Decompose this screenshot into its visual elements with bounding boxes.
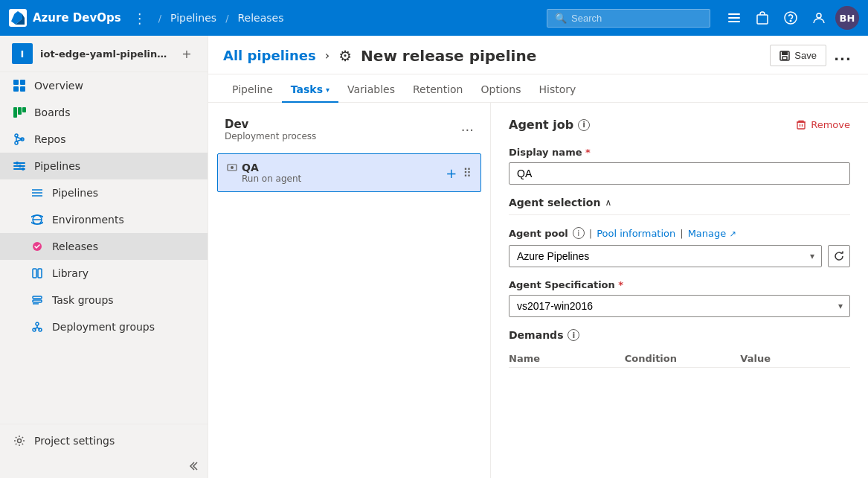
breadcrumb-sep2: /	[225, 13, 228, 24]
breadcrumb-pipelines[interactable]: Pipelines	[170, 12, 216, 24]
svg-point-19	[22, 168, 25, 171]
sidebar: I iot-edge-yaml-pipeline... + Overview B…	[0, 36, 208, 478]
sidebar-item-environments[interactable]: Environments	[0, 206, 208, 233]
agent-spec-select[interactable]: vs2017-win2016	[509, 295, 850, 317]
breadcrumb-releases[interactable]: Releases	[238, 12, 284, 24]
search-input[interactable]	[571, 13, 702, 24]
pool-information-link[interactable]: Pool information	[597, 228, 675, 239]
shopping-bag-icon[interactable]	[750, 6, 774, 30]
stage-menu-button[interactable]: ···	[461, 122, 474, 138]
svg-rect-25	[33, 300, 42, 302]
agent-spec-group: Agent Specification * vs2017-win2016 ▾	[509, 279, 850, 317]
sidebar-item-boards[interactable]: Boards	[0, 99, 208, 126]
tab-history[interactable]: History	[530, 77, 585, 103]
sidebar-item-repos-label: Repos	[34, 133, 65, 145]
list-icon[interactable]	[722, 6, 746, 30]
user-settings-icon[interactable]	[807, 6, 831, 30]
sidebar-item-repos[interactable]: Repos	[0, 126, 208, 153]
svg-rect-35	[797, 122, 805, 129]
agent-selection-title: Agent selection	[509, 197, 600, 208]
sidebar-item-pipelines-sub[interactable]: Pipelines	[0, 179, 208, 206]
agent-pool-info-icon[interactable]: i	[573, 227, 585, 239]
tasks-tab-dropdown-icon[interactable]: ▾	[326, 86, 329, 94]
demands-col-value: Value	[740, 353, 850, 364]
display-name-input[interactable]	[509, 162, 850, 185]
overview-icon	[12, 78, 27, 93]
svg-point-6	[817, 13, 821, 18]
job-add-button[interactable]: +	[446, 165, 457, 181]
sidebar-item-deployment-groups-label: Deployment groups	[52, 321, 155, 333]
display-name-group: Display name *	[509, 147, 850, 185]
save-icon	[779, 51, 790, 61]
display-name-label: Display name *	[509, 147, 850, 158]
tab-retention[interactable]: Retention	[404, 77, 472, 103]
sidebar-item-task-groups[interactable]: Task groups	[0, 287, 208, 313]
job-sub: Run on agent	[242, 173, 440, 184]
demands-header: Demands i	[509, 329, 850, 341]
job-drag-handle[interactable]: ⠿	[463, 166, 472, 180]
svg-rect-12	[18, 107, 22, 115]
settings-icon	[12, 433, 27, 448]
manage-link[interactable]: Manage ↗	[688, 228, 736, 239]
stage-header: Dev Deployment process ···	[217, 112, 481, 147]
save-button[interactable]: Save	[770, 45, 826, 66]
breadcrumb-sep1: /	[158, 13, 161, 24]
tabs-bar: Pipeline Tasks ▾ Variables Retention Opt…	[208, 77, 868, 103]
sidebar-item-overview[interactable]: Overview	[0, 72, 208, 99]
stage-sub: Deployment process	[225, 131, 316, 141]
sidebar-item-project-settings[interactable]: Project settings	[0, 427, 208, 454]
external-link-icon: ↗	[729, 229, 736, 239]
demands-section: Demands i Name Condition Value	[509, 329, 850, 368]
demands-info-icon[interactable]: i	[568, 329, 579, 341]
tab-pipeline[interactable]: Pipeline	[223, 77, 282, 103]
help-icon[interactable]	[779, 6, 803, 30]
breadcrumb-chevron: ›	[325, 48, 329, 63]
right-panel: Agent job i Remove Display name *	[491, 103, 868, 478]
svg-rect-8	[20, 80, 25, 85]
tab-tasks[interactable]: Tasks ▾	[282, 77, 338, 103]
sidebar-item-project-settings-label: Project settings	[34, 435, 115, 447]
avatar[interactable]: BH	[835, 6, 859, 30]
agent-selection-chevron[interactable]: ∧	[605, 197, 611, 208]
job-item-qa[interactable]: QA Run on agent + ⠿	[217, 153, 481, 192]
stage-panel: Dev Deployment process ··· QA Run on age…	[208, 103, 491, 478]
svg-rect-7	[13, 80, 19, 85]
agent-job-info-icon[interactable]: i	[578, 119, 590, 131]
trash-icon	[796, 120, 806, 130]
svg-rect-11	[13, 107, 17, 118]
add-project-icon[interactable]: +	[178, 45, 196, 63]
svg-rect-0	[728, 13, 740, 15]
sidebar-item-pipelines-label: Pipelines	[34, 160, 80, 172]
sidebar-collapse-button[interactable]	[0, 454, 208, 478]
agent-pool-select-row: Azure Pipelines ▾	[509, 245, 850, 267]
pipelines-sub-icon	[30, 185, 45, 200]
required-star: *	[585, 147, 591, 158]
sidebar-item-deployment-groups[interactable]: Deployment groups	[0, 313, 208, 340]
sidebar-item-releases[interactable]: Releases	[0, 233, 208, 260]
stage-name: Dev	[225, 118, 316, 131]
refresh-button[interactable]	[828, 245, 850, 267]
boards-icon	[12, 105, 27, 120]
pipelines-icon	[12, 159, 27, 173]
svg-rect-9	[13, 86, 19, 92]
sidebar-item-pipelines[interactable]: Pipelines	[0, 153, 208, 179]
environments-icon	[30, 212, 45, 227]
topbar-dots-menu[interactable]: ⋮	[133, 10, 147, 26]
page-header: All pipelines › ⚙ New release pipeline S…	[208, 36, 868, 74]
tab-variables[interactable]: Variables	[338, 77, 404, 103]
breadcrumb-all-pipelines[interactable]: All pipelines	[223, 48, 316, 63]
search-box[interactable]: 🔍	[547, 9, 710, 28]
remove-button[interactable]: Remove	[796, 119, 850, 130]
tab-options[interactable]: Options	[472, 77, 530, 103]
svg-point-29	[18, 439, 22, 443]
sidebar-item-library[interactable]: Library	[0, 260, 208, 287]
agent-pool-group: Azure Pipelines ▾	[509, 245, 850, 267]
more-options-button[interactable]: ...	[832, 45, 853, 66]
job-name: QA	[242, 162, 440, 173]
sidebar-item-overview-label: Overview	[34, 80, 83, 92]
agent-pool-select[interactable]: Azure Pipelines	[509, 245, 822, 267]
svg-point-5	[790, 20, 791, 22]
azure-devops-logo[interactable]	[9, 9, 27, 27]
sidebar-item-boards-label: Boards	[34, 106, 70, 118]
sidebar-item-environments-label: Environments	[52, 214, 124, 226]
